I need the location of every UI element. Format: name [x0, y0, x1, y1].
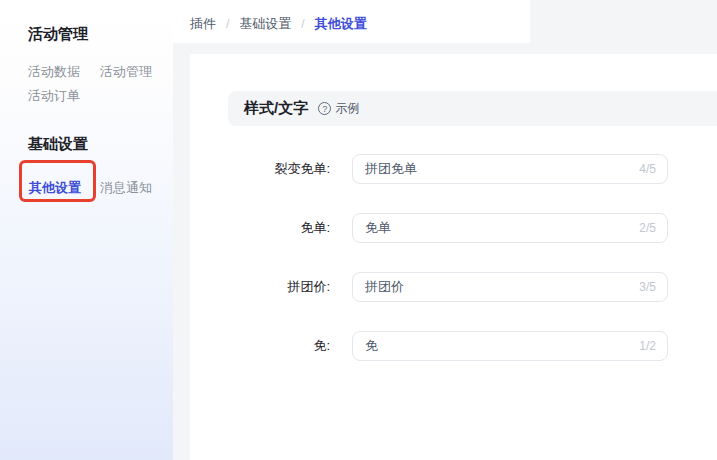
breadcrumb-item-plugin[interactable]: 插件 [190, 15, 216, 33]
settings-form: 裂变免单: 4/5 免单: 2/5 拼团价: 3/5 [228, 154, 717, 361]
fission-free-order-input[interactable] [352, 154, 668, 184]
input-wrapper: 1/2 [352, 331, 668, 361]
free-input[interactable] [352, 331, 668, 361]
panel-title: 样式/文字 [244, 99, 308, 118]
input-wrapper: 2/5 [352, 213, 668, 243]
panel-titlebar: 样式/文字 ? 示例 [228, 91, 717, 126]
breadcrumb-bar: 插件 / 基础设置 / 其他设置 [173, 0, 530, 43]
sidebar-item-activity-data[interactable]: 活动数据 [28, 63, 80, 81]
breadcrumb-item-basic-settings[interactable]: 基础设置 [239, 15, 291, 33]
free-order-input[interactable] [352, 213, 668, 243]
breadcrumb-separator: / [226, 17, 229, 31]
field-label: 拼团价: [228, 278, 330, 296]
breadcrumb-separator: / [301, 17, 304, 31]
content-card: 样式/文字 ? 示例 裂变免单: 4/5 免单: 2/5 拼团价: [190, 54, 717, 460]
sidebar-item-other-settings[interactable]: 其他设置 [29, 179, 81, 197]
sidebar-section-title-basic-settings: 基础设置 [28, 135, 88, 154]
help-icon[interactable]: ? [318, 102, 331, 115]
field-label: 免: [228, 337, 330, 355]
form-row-group-price: 拼团价: 3/5 [228, 272, 717, 302]
sidebar-section-title-activity: 活动管理 [28, 25, 88, 44]
group-price-input[interactable] [352, 272, 668, 302]
form-row-fission-free-order: 裂变免单: 4/5 [228, 154, 717, 184]
input-wrapper: 3/5 [352, 272, 668, 302]
app-window: 活动管理 活动数据 活动管理 活动订单 基础设置 其他设置 消息通知 插件 / … [0, 0, 717, 460]
sidebar-item-activity-manage[interactable]: 活动管理 [100, 63, 152, 81]
field-label: 裂变免单: [228, 160, 330, 178]
form-row-free-order: 免单: 2/5 [228, 213, 717, 243]
sidebar-item-message-notify[interactable]: 消息通知 [100, 179, 152, 197]
form-row-free: 免: 1/2 [228, 331, 717, 361]
help-example-link[interactable]: 示例 [335, 100, 359, 117]
sidebar: 活动管理 活动数据 活动管理 活动订单 基础设置 其他设置 消息通知 [0, 0, 173, 460]
breadcrumb-item-other-settings[interactable]: 其他设置 [315, 15, 367, 33]
breadcrumb: 插件 / 基础设置 / 其他设置 [190, 15, 367, 33]
field-label: 免单: [228, 219, 330, 237]
sidebar-item-activity-orders[interactable]: 活动订单 [28, 87, 80, 105]
input-wrapper: 4/5 [352, 154, 668, 184]
topbar: 插件 / 基础设置 / 其他设置 [173, 0, 717, 43]
